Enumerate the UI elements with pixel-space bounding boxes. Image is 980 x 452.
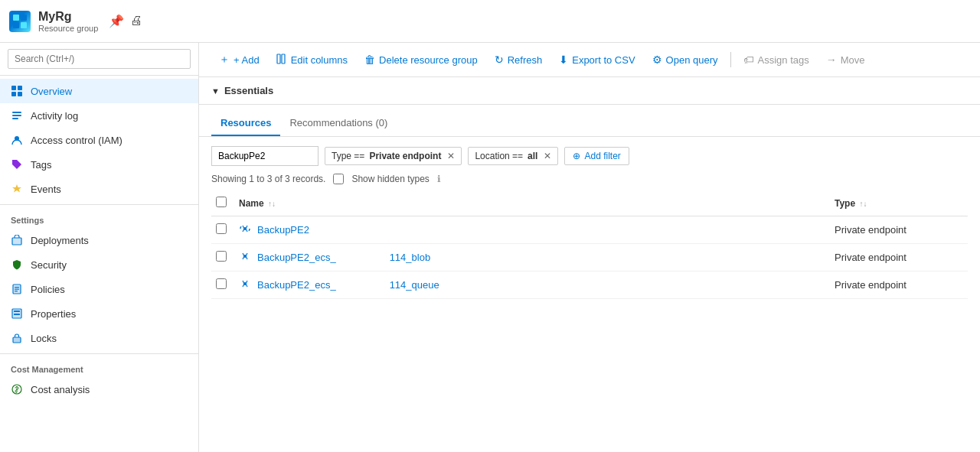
sidebar-item-access-control[interactable]: Access control (IAM) [0, 128, 198, 152]
table-row: BackupPE2_ecs_114_blob Private endpoint [211, 244, 968, 272]
svg-rect-16 [15, 287, 19, 288]
row1-type-cell: Private endpoint [830, 216, 968, 244]
sidebar-item-properties[interactable]: Properties [0, 301, 198, 326]
overview-icon [11, 85, 23, 97]
row2-name-link[interactable]: BackupPE2_ecs_114_blob [239, 250, 825, 265]
row2-resource-icon [239, 250, 251, 265]
row3-type-cell: Private endpoint [830, 272, 968, 299]
resources-table: Name ↑↓ Type ↑↓ [211, 190, 968, 299]
sidebar-item-deployments[interactable]: Deployments [0, 228, 198, 252]
content-area: ＋ + Add Edit columns 🗑 Delete resource g… [199, 43, 980, 452]
row2-name-suffix: 114_blob [390, 252, 431, 263]
show-hidden-types-checkbox[interactable] [333, 174, 344, 184]
table-row: BackupPE2_ecs_114_queue Private endpoint [211, 272, 968, 299]
move-icon: → [826, 54, 837, 66]
row2-checkbox[interactable] [216, 251, 227, 262]
refresh-label: Refresh [508, 54, 543, 66]
svg-rect-3 [21, 22, 27, 28]
row3-name-cell: BackupPE2_ecs_114_queue [234, 272, 830, 299]
edit-columns-button[interactable]: Edit columns [269, 50, 355, 70]
tab-resources[interactable]: Resources [211, 111, 280, 136]
sidebar-item-access-control-label: Access control (IAM) [31, 135, 122, 146]
cost-analysis-icon [11, 383, 23, 395]
table-header-row: Name ↑↓ Type ↑↓ [211, 190, 968, 216]
sidebar-item-overview-label: Overview [31, 86, 72, 97]
assign-tags-label: Assign tags [758, 54, 809, 66]
type-filter-close-icon[interactable]: ✕ [447, 151, 455, 161]
export-button[interactable]: ⬇ Export to CSV [551, 50, 642, 70]
add-button[interactable]: ＋ + Add [211, 49, 267, 70]
print-icon[interactable]: 🖨 [130, 14, 142, 28]
svg-rect-21 [14, 311, 20, 312]
sidebar-nav-items: Overview Activity log [0, 76, 198, 405]
header-name-col[interactable]: Name ↑↓ [234, 190, 830, 216]
delete-button[interactable]: 🗑 Delete resource group [357, 50, 485, 70]
svg-rect-10 [12, 118, 18, 119]
row2-name-prefix: BackupPE2_ecs_ [257, 252, 336, 263]
type-filter-label: Type == [332, 151, 364, 161]
sidebar-item-activity-log[interactable]: Activity log [0, 103, 198, 128]
type-filter-value: Private endpoint [369, 151, 441, 161]
open-query-icon: ⚙ [652, 54, 662, 66]
svg-rect-5 [18, 86, 22, 90]
add-filter-icon: ⊕ [573, 151, 580, 161]
row2-checkbox-cell [211, 244, 234, 272]
svg-rect-8 [12, 112, 21, 113]
header-type-label: Type [835, 198, 855, 209]
deployments-icon [11, 234, 23, 246]
row2-type-cell: Private endpoint [830, 244, 968, 272]
tab-recommendations[interactable]: Recommendations (0) [280, 111, 397, 136]
header-type-col[interactable]: Type ↑↓ [830, 190, 968, 216]
sidebar-item-security[interactable]: Security [0, 252, 198, 277]
pin-icon[interactable]: 📌 [109, 14, 124, 28]
open-query-button[interactable]: ⚙ Open query [645, 50, 726, 70]
svg-rect-27 [282, 54, 285, 63]
sidebar-search-container [0, 43, 198, 76]
sidebar-item-policies-label: Policies [31, 284, 65, 295]
tab-resources-label: Resources [220, 117, 271, 128]
sidebar-item-policies[interactable]: Policies [0, 277, 198, 301]
row1-resource-icon [239, 223, 251, 237]
svg-rect-26 [277, 54, 280, 63]
table-body: BackupPE2 Private endpoint [211, 216, 968, 299]
refresh-icon: ↻ [495, 54, 504, 66]
row1-name-link[interactable]: BackupPE2 [239, 223, 825, 237]
svg-rect-6 [11, 92, 16, 96]
name-sort-icon: ↑↓ [268, 200, 276, 208]
sidebar-item-tags[interactable]: Tags [0, 152, 198, 177]
edit-columns-label: Edit columns [291, 54, 348, 66]
row2-name-cell: BackupPE2_ecs_114_blob [234, 244, 830, 272]
sidebar-item-locks[interactable]: Locks [0, 326, 198, 350]
main-layout: Overview Activity log [0, 43, 980, 452]
tabs-container: Resources Recommendations (0) [199, 111, 980, 137]
access-control-icon [11, 134, 23, 146]
sidebar-scroll: Overview Activity log [0, 76, 198, 452]
resources-table-area: Name ↑↓ Type ↑↓ [199, 190, 980, 452]
sidebar-item-cost-analysis[interactable]: Cost analysis [0, 377, 198, 402]
policies-icon [11, 283, 23, 295]
show-hidden-info-icon[interactable]: ℹ [437, 174, 441, 184]
sidebar-item-deployments-label: Deployments [31, 235, 89, 246]
edit-columns-icon [276, 54, 287, 67]
svg-rect-23 [13, 337, 21, 343]
refresh-button[interactable]: ↻ Refresh [487, 50, 550, 70]
move-label: Move [841, 54, 865, 66]
row3-name-link[interactable]: BackupPE2_ecs_114_queue [239, 278, 825, 292]
location-filter-close-icon[interactable]: ✕ [544, 151, 551, 161]
assign-tags-button[interactable]: 🏷 Assign tags [736, 50, 817, 70]
search-input[interactable] [8, 49, 191, 69]
select-all-checkbox[interactable] [216, 197, 227, 207]
top-bar-icons: 📌 🖨 [109, 14, 142, 28]
sidebar-item-overview[interactable]: Overview [0, 79, 198, 103]
move-button[interactable]: → Move [818, 50, 873, 70]
svg-rect-12 [12, 238, 21, 245]
row3-resource-icon [239, 278, 251, 292]
sidebar-item-events[interactable]: Events [0, 177, 198, 201]
sidebar: Overview Activity log [0, 43, 199, 452]
add-filter-button[interactable]: ⊕ Add filter [564, 147, 629, 165]
name-filter-input[interactable] [211, 146, 318, 166]
row3-checkbox[interactable] [216, 278, 227, 289]
svg-rect-9 [12, 115, 21, 116]
chevron-down-icon[interactable]: ▼ [211, 86, 220, 96]
row1-checkbox[interactable] [216, 223, 227, 234]
